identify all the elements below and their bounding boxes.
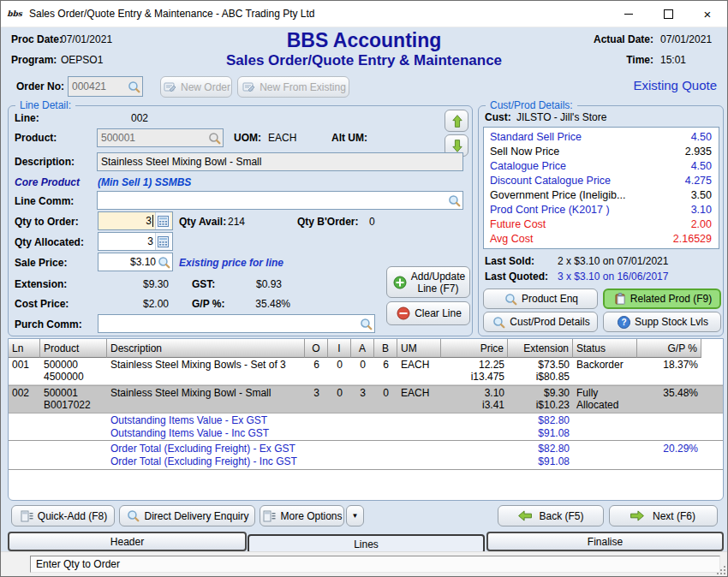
purch-comm-input[interactable] — [98, 314, 375, 333]
product-input[interactable]: 500001 — [97, 128, 224, 147]
col-header-extension: Extension — [508, 339, 573, 358]
cost-price-label: Cost Price: — [15, 298, 69, 310]
tab-header[interactable]: Header — [8, 532, 247, 551]
qty-to-order-input[interactable]: 3 — [98, 211, 173, 230]
order-line-row[interactable]: 001 5000004500000 Stainless Steel Mixing… — [9, 358, 723, 385]
qty-allocated-value: 3 — [102, 235, 153, 247]
minimize-icon — [624, 14, 633, 15]
new-order-button[interactable]: New Order — [160, 76, 232, 98]
cust-prod-details-label: Cust/Prod Details — [510, 316, 589, 328]
close-icon: × — [704, 8, 712, 21]
form-list-icon — [263, 510, 276, 522]
dropdown-arrow-icon: ▼ — [352, 512, 359, 520]
app-window: bbs Sales Order/Quote Entry & Maintenanc… — [0, 0, 728, 577]
cust-label: Cust: — [485, 111, 511, 123]
summary-row: Outstanding Items Value - Ex GST $82.80 — [9, 413, 723, 426]
line-comm-label: Line Comm: — [15, 195, 74, 207]
down-arrow-icon — [452, 139, 462, 153]
new-from-existing-button[interactable]: New From Existing — [237, 76, 349, 98]
close-button[interactable]: × — [688, 1, 727, 27]
tab-finalise-label: Finalise — [588, 536, 623, 548]
description-value: Stainless Steel Mixing Bowl - Small — [101, 156, 461, 168]
price-row: Sell Now Price2.935 — [484, 144, 719, 158]
left-arrow-icon — [517, 510, 533, 521]
next-button[interactable]: Next (F6) — [609, 505, 718, 526]
new-from-existing-label: New From Existing — [260, 81, 346, 93]
price-row: Discount Catalogue Price4.275 — [484, 173, 719, 187]
mode-banner: Existing Quote — [633, 78, 717, 92]
svg-text:?: ? — [621, 318, 626, 327]
qty-allocated-label: Qty Allocated: — [15, 236, 84, 248]
last-sold-label: Last Sold: — [485, 255, 534, 267]
cust-prod-details-button[interactable]: Cust/Prod Details — [483, 312, 598, 332]
add-update-line-button[interactable]: Add/Update Line (F7) — [386, 266, 470, 298]
quick-add-label: Quick-Add (F8) — [38, 510, 107, 522]
search-icon — [504, 293, 517, 306]
col-header-o: O — [305, 339, 328, 358]
time-label: Time: — [558, 54, 653, 66]
order-lines-table: Ln Product Description O I A B UM Price … — [8, 338, 724, 501]
search-icon — [127, 509, 140, 522]
summary-group-outstanding: Outstanding Items Value - Ex GST $82.80 … — [9, 413, 723, 439]
resize-grip[interactable] — [718, 567, 725, 574]
search-icon[interactable] — [128, 80, 140, 93]
more-options-button[interactable]: More Options — [260, 505, 344, 526]
order-no-input[interactable]: 000421 — [68, 76, 143, 97]
min-sell-note: (Min Sell 1) SSMBS — [98, 176, 191, 188]
col-header-product: Product — [40, 339, 107, 358]
back-button[interactable]: Back (F5) — [498, 505, 604, 526]
clipboard-icon — [614, 293, 626, 305]
order-no-label: Order No: — [16, 80, 64, 92]
col-header-i: I — [328, 339, 351, 358]
status-message-field: Enter Qty to Order — [30, 556, 720, 573]
search-icon[interactable] — [208, 132, 221, 145]
search-icon[interactable] — [360, 318, 373, 330]
supp-stock-lvls-button[interactable]: ? Supp Stock Lvls — [603, 312, 721, 332]
product-enq-button[interactable]: Product Enq — [483, 288, 598, 309]
calculator-icon[interactable] — [155, 233, 170, 250]
uom-value: EACH — [268, 132, 296, 144]
maximize-button[interactable] — [648, 1, 688, 27]
gst-value: $0.93 — [241, 278, 282, 290]
qty-allocated-input[interactable]: 3 — [98, 232, 173, 251]
order-line-row-selected[interactable]: 002 500001B0017022 Stainless Steel Mixin… — [9, 385, 723, 413]
col-header-price: Price — [441, 339, 508, 358]
related-prod-button[interactable]: Related Prod (F9) — [603, 288, 721, 309]
supp-stock-lvls-label: Supp Stock Lvls — [635, 316, 708, 328]
col-header-um: UM — [397, 339, 441, 358]
time-value: 15:01 — [660, 54, 686, 66]
right-arrow-icon — [630, 510, 645, 521]
direct-delivery-enquiry-button[interactable]: Direct Delivery Enquiry — [119, 505, 255, 526]
tab-header-label: Header — [110, 536, 144, 548]
form-list-icon — [21, 510, 33, 522]
qty-border-value: 0 — [369, 216, 375, 228]
calculator-icon[interactable] — [155, 212, 170, 229]
table-header-row: Ln Product Description O I A B UM Price … — [9, 339, 723, 358]
text-caret — [152, 215, 153, 227]
price-listbox[interactable]: Standard Sell Price4.50 Sell Now Price2.… — [483, 127, 719, 249]
maximize-icon — [664, 9, 673, 19]
up-arrow-icon — [452, 114, 462, 128]
quick-add-button[interactable]: Quick-Add (F8) — [11, 505, 115, 526]
price-row: Avg Cost2.16529 — [484, 232, 719, 247]
line-comm-input[interactable] — [97, 191, 463, 210]
search-icon[interactable] — [448, 194, 461, 207]
product-label: Product: — [15, 132, 57, 144]
col-header-status: Status — [573, 339, 637, 358]
related-prod-label: Related Prod (F9) — [630, 293, 712, 305]
qty-to-order-value: 3 — [102, 215, 152, 227]
sale-price-input[interactable]: $3.10 — [98, 253, 173, 271]
col-header-gp: G/P % — [637, 339, 701, 358]
tab-finalise[interactable]: Finalise — [486, 532, 724, 551]
description-input[interactable]: Stainless Steel Mixing Bowl - Small — [97, 152, 463, 171]
window-title: Sales Order/Quote Entry & Maintenance - … — [29, 8, 315, 20]
move-line-up-button[interactable] — [445, 110, 468, 132]
search-icon[interactable] — [158, 256, 170, 269]
minimize-button[interactable] — [609, 1, 648, 27]
last-sold-value: 2 x $3.10 on 07/01/2021 — [558, 255, 668, 267]
col-header-b: B — [374, 339, 397, 358]
more-options-dropdown-button[interactable]: ▼ — [346, 505, 364, 526]
remove-icon — [397, 306, 410, 320]
price-row: Future Cost2.00 — [484, 217, 719, 232]
clear-line-button[interactable]: Clear Line — [386, 301, 470, 325]
